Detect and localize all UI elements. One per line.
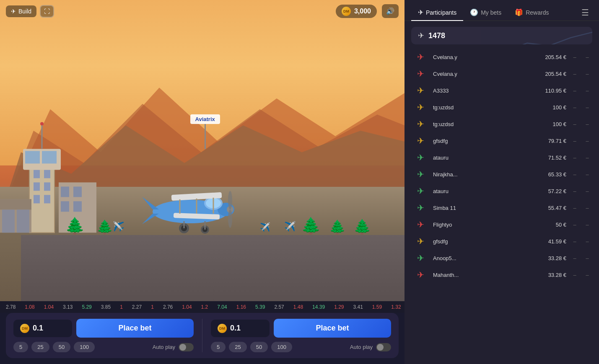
ticker-item: 1: [148, 303, 156, 311]
place-bet-button-1[interactable]: Place bet: [76, 319, 194, 338]
bet-amount-box-1[interactable]: DM 0.1: [13, 320, 72, 337]
game-canvas: 🌲 🌲 🌲 🌲 🌲 ✈️ ✈️ ✈️ Aviatrix: [0, 0, 405, 301]
participant-name: Anoop5...: [433, 255, 533, 261]
quick-amount-btn-1[interactable]: 50: [53, 342, 70, 352]
participant-dash-1: –: [570, 255, 579, 261]
participant-dash-2: –: [583, 54, 591, 60]
coin-icon: DM: [342, 7, 351, 16]
participant-row: ✈tg:uzdsd100 €––: [408, 116, 596, 132]
ticker-item: 14.39: [310, 303, 327, 311]
ground-plane-right-2: ✈️: [260, 222, 270, 232]
bet-amount-box-2[interactable]: DM 0.1: [211, 320, 270, 337]
plane-avatar: ✈: [412, 203, 429, 213]
tab-mybets[interactable]: 🕐 My bets: [463, 4, 508, 21]
participant-dash-1: –: [570, 238, 579, 245]
participant-name: A3333: [433, 88, 533, 94]
tree-3: 🌲: [301, 217, 321, 235]
participant-amount: 100 €: [537, 104, 566, 111]
quick-amount-btn-2[interactable]: 50: [250, 342, 268, 352]
plane-avatar: ✈: [412, 169, 429, 179]
expand-button[interactable]: ⛶: [40, 5, 54, 18]
menu-button[interactable]: ☰: [578, 6, 592, 19]
quick-amount-btn-2[interactable]: 25: [229, 342, 246, 352]
svg-rect-8: [44, 182, 50, 191]
quick-amounts-2: 52550100: [211, 342, 292, 352]
participant-dash-2: –: [583, 255, 591, 261]
plane-avatar: ✈: [412, 219, 429, 230]
participant-name: Flightyo: [433, 222, 533, 228]
participant-amount: 100 €: [537, 121, 566, 127]
participant-amount: 33.28 €: [537, 255, 566, 261]
auto-play-toggle-1[interactable]: [179, 343, 194, 351]
participant-row: ✈Cvelana.y205.54 €––: [408, 65, 596, 82]
rewards-tab-icon: 🎁: [515, 8, 523, 16]
ground-plane-left: ✈️: [113, 221, 124, 232]
participant-dash-1: –: [570, 104, 579, 111]
plane-avatar: ✈: [412, 236, 429, 246]
game-panel: ✈ Build ⛶ DM 3,000 🔊: [0, 0, 405, 364]
plane-avatar: ✈: [412, 85, 429, 96]
participant-amount: 41.59 €: [537, 238, 566, 245]
mini-graph: [484, 27, 592, 44]
quick-amount-btn-1[interactable]: 25: [31, 342, 49, 352]
svg-rect-10: [44, 195, 50, 203]
participant-row: ✈atauru57.22 €––: [408, 183, 596, 199]
participant-amount: 33.28 €: [537, 272, 566, 278]
ticker-bar: 2.781.081.043.135.293.8512.2712.761.041.…: [0, 301, 405, 313]
participant-dash-1: –: [570, 222, 579, 228]
quick-amount-btn-1[interactable]: 5: [13, 342, 28, 352]
plane-avatar: ✈: [412, 152, 429, 163]
participant-amount: 57.22 €: [537, 188, 566, 194]
svg-rect-17: [61, 186, 69, 197]
svg-rect-13: [42, 151, 57, 163]
quick-amount-btn-2[interactable]: 5: [211, 342, 226, 352]
tab-rewards-label: Rewards: [526, 9, 549, 16]
bet-divider: [202, 319, 202, 352]
plane-icon: ✈: [11, 8, 16, 15]
coin-icon-2: DM: [218, 324, 227, 333]
plane-avatar: ✈: [412, 102, 429, 112]
participant-row: ✈A3333110.95 €––: [408, 82, 596, 99]
bet-row-2: DM 0.1 Place bet: [211, 319, 391, 338]
svg-point-15: [40, 122, 44, 125]
participant-dash-2: –: [583, 272, 591, 278]
participants-count-box: ✈ 1478: [411, 27, 592, 44]
participant-dash-1: –: [570, 54, 579, 60]
tree-2: 🌲: [96, 219, 113, 235]
svg-marker-34: [142, 197, 159, 209]
participant-dash-2: –: [583, 205, 591, 211]
svg-rect-9: [34, 195, 40, 203]
participant-dash-2: –: [583, 238, 591, 245]
volume-button[interactable]: 🔊: [382, 4, 399, 18]
tab-participants[interactable]: ✈ Participants: [411, 4, 463, 21]
participant-dash-2: –: [583, 104, 591, 111]
participant-dash-1: –: [570, 138, 579, 144]
plane-avatar: ✈: [412, 52, 429, 62]
place-bet-button-2[interactable]: Place bet: [274, 319, 391, 338]
plane-avatar: ✈: [412, 119, 429, 129]
tab-rewards[interactable]: 🎁 Rewards: [508, 4, 555, 21]
auto-play-toggle-2[interactable]: [376, 343, 391, 351]
quick-amount-btn-2[interactable]: 100: [271, 342, 292, 352]
participants-header: ✈ 1478: [405, 21, 599, 49]
participants-count-icon: ✈: [418, 31, 424, 40]
ticker-item: 2.57: [272, 303, 286, 311]
ticker-item: 7.04: [215, 303, 229, 311]
ticker-item: 5.39: [253, 303, 267, 311]
svg-rect-22: [0, 199, 31, 209]
svg-marker-35: [142, 214, 159, 224]
auto-play-row-1: Auto play: [153, 343, 194, 351]
participant-name: atauru: [433, 188, 533, 194]
svg-rect-19: [61, 201, 69, 212]
participant-dash-1: –: [570, 71, 579, 77]
participant-name: Cvelana.y: [433, 54, 533, 60]
toggle-knob-2: [377, 344, 384, 351]
svg-rect-24: [17, 209, 29, 232]
tree-4: 🌲: [329, 219, 346, 235]
banner-flag-text: Aviatrix: [190, 114, 220, 124]
participant-amount: 110.95 €: [537, 88, 566, 94]
ticker-item: 1.59: [370, 303, 384, 311]
quick-amount-btn-1[interactable]: 100: [74, 342, 95, 352]
build-button[interactable]: ✈ Build: [6, 5, 36, 17]
svg-rect-18: [73, 186, 82, 197]
